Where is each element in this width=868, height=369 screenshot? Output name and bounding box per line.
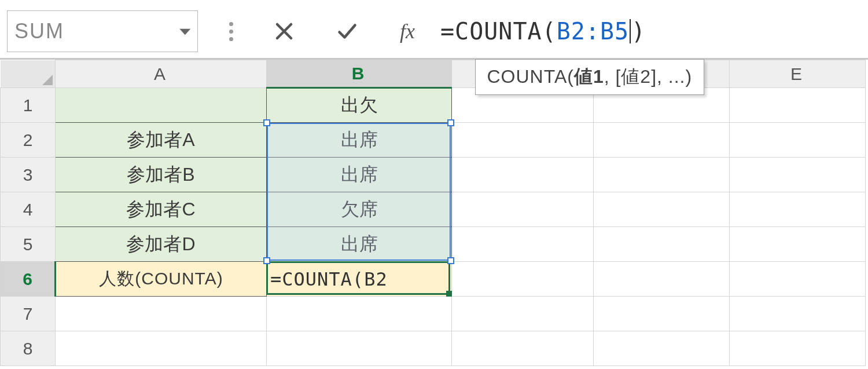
formula-suffix: )	[631, 18, 646, 45]
expand-formula-bar-icon[interactable]	[229, 22, 233, 41]
cell-D7[interactable]	[594, 297, 730, 331]
row-header-3[interactable]: 3	[1, 158, 56, 192]
cell-C8[interactable]	[452, 331, 594, 366]
enter-icon[interactable]	[335, 21, 359, 42]
cell-A4[interactable]: 参加者C	[56, 192, 267, 227]
cell-D3[interactable]	[594, 158, 730, 192]
tooltip-func-name: COUNTA(	[487, 66, 574, 87]
cell-E8[interactable]	[730, 331, 866, 366]
formula-bar-buttons: fx	[212, 10, 415, 52]
cell-C6[interactable]	[452, 262, 594, 297]
name-box-value: SUM	[14, 19, 180, 43]
selection-handle[interactable]	[447, 257, 454, 264]
cell-D2[interactable]	[594, 123, 730, 158]
table-row: 6 人数(COUNTA) =COUNTA(B2	[1, 262, 866, 297]
table-row: 8	[1, 331, 866, 366]
row-header-6[interactable]: 6	[1, 262, 56, 297]
cell-E7[interactable]	[730, 297, 866, 331]
cell-E4[interactable]	[730, 192, 866, 227]
cell-D4[interactable]	[594, 192, 730, 227]
column-header-row: A B C D E	[1, 60, 866, 88]
cell-D5[interactable]	[594, 227, 730, 262]
cell-E1[interactable]	[730, 88, 866, 123]
cell-C5[interactable]	[452, 227, 594, 262]
table-row: 4 参加者C 欠席	[1, 192, 866, 227]
selection-handle[interactable]	[263, 257, 270, 264]
table-row: 1 出欠	[1, 88, 866, 123]
table-row: 3 参加者B 出席	[1, 158, 866, 192]
row-header-5[interactable]: 5	[1, 227, 56, 262]
text-cursor	[630, 19, 631, 43]
cell-C4[interactable]	[452, 192, 594, 227]
tooltip-current-arg[interactable]: 値1	[574, 66, 604, 87]
column-header-E[interactable]: E	[730, 60, 866, 88]
cancel-icon[interactable]	[274, 21, 295, 42]
cell-B2[interactable]: 出席	[267, 123, 452, 158]
table-row: 2 参加者A 出席	[1, 123, 866, 158]
row-header-2[interactable]: 2	[1, 123, 56, 158]
row-header-8[interactable]: 8	[1, 331, 56, 366]
cell-A2[interactable]: 参加者A	[56, 123, 267, 158]
cell-D6[interactable]	[594, 262, 730, 297]
select-all-corner[interactable]	[1, 60, 56, 88]
row-header-7[interactable]: 7	[1, 297, 56, 331]
cell-A3[interactable]: 参加者B	[56, 158, 267, 192]
row-header-4[interactable]: 4	[1, 192, 56, 227]
column-header-B[interactable]: B	[267, 60, 452, 88]
spreadsheet-grid[interactable]: A B C D E 1 出欠 2 参加者A 出席 3 参加者B 出席	[0, 60, 868, 366]
cell-E6[interactable]	[730, 262, 866, 297]
cell-B3[interactable]: 出席	[267, 158, 452, 192]
column-header-A[interactable]: A	[56, 60, 267, 88]
cell-E5[interactable]	[730, 227, 866, 262]
function-argument-tooltip[interactable]: COUNTA(値1, [値2], ...)	[475, 59, 705, 95]
name-box[interactable]: SUM ▼	[7, 10, 198, 52]
table-row: 7	[1, 297, 866, 331]
cell-A1[interactable]	[56, 88, 267, 123]
cell-A6[interactable]: 人数(COUNTA)	[56, 262, 267, 297]
cell-B5[interactable]: 出席	[267, 227, 452, 262]
tooltip-rest-args: , [値2], ...)	[604, 66, 692, 87]
selection-handle[interactable]	[263, 119, 270, 126]
cell-B1[interactable]: 出欠	[267, 88, 452, 123]
cell-B8[interactable]	[267, 331, 452, 366]
cell-D8[interactable]	[594, 331, 730, 366]
table-row: 5 参加者D 出席	[1, 227, 866, 262]
cell-C2[interactable]	[452, 123, 594, 158]
cell-C3[interactable]	[452, 158, 594, 192]
formula-bar-input[interactable]: =COUNTA(B2:B5)	[440, 10, 861, 52]
row-header-1[interactable]: 1	[1, 88, 56, 123]
cell-B7[interactable]	[267, 297, 452, 331]
cell-E3[interactable]	[730, 158, 866, 192]
cell-A8[interactable]	[56, 331, 267, 366]
cell-A5[interactable]: 参加者D	[56, 227, 267, 262]
insert-function-icon[interactable]: fx	[400, 19, 415, 43]
formula-range-ref: B2:B5	[557, 18, 629, 45]
cell-B4[interactable]: 欠席	[267, 192, 452, 227]
cell-A7[interactable]	[56, 297, 267, 331]
cell-C7[interactable]	[452, 297, 594, 331]
chevron-down-icon[interactable]: ▼	[176, 25, 194, 38]
formula-bar-row: SUM ▼ fx =COUNTA(B2:B5)	[0, 0, 868, 52]
formula-prefix: =COUNTA(	[440, 18, 557, 45]
cell-B6[interactable]: =COUNTA(B2	[267, 262, 452, 297]
cell-E2[interactable]	[730, 123, 866, 158]
selection-handle[interactable]	[447, 119, 454, 126]
